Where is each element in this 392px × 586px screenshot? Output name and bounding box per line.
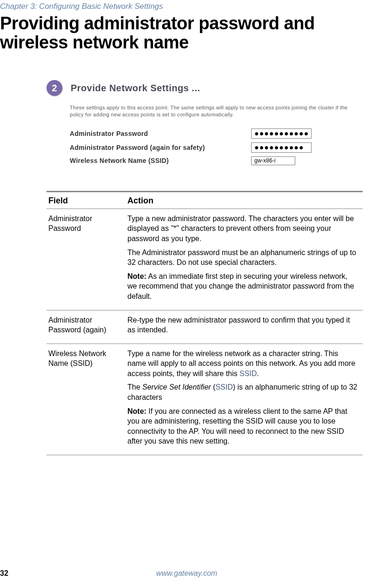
footer-site: www.gateway.com <box>156 569 217 578</box>
note-text: If you are connected as a wireless clien… <box>127 407 347 445</box>
action-text-part: The <box>127 383 142 391</box>
table-cell-field: Administrator Password <box>47 209 126 310</box>
step-heading: Provide Network Settings ... <box>71 83 200 94</box>
step-description: These settings apply to this access poin… <box>70 104 353 118</box>
ssid-term: SSID <box>215 383 233 391</box>
action-text: Type a name for the wireless network as … <box>127 349 358 379</box>
table-row: Wireless Network Name (SSID) Type a name… <box>47 344 363 455</box>
table-header-field: Field <box>47 191 126 209</box>
ssid-label: Wireless Network Name (SSID) <box>70 157 251 164</box>
table-header-action: Action <box>126 191 363 209</box>
action-text: Re-type the new administrator password t… <box>127 315 358 335</box>
note-text: As an immediate first step in securing y… <box>127 272 354 300</box>
admin-password-again-row: Administrator Password (again for safety… <box>70 142 353 153</box>
ssid-row: Wireless Network Name (SSID) <box>70 156 353 165</box>
table-row: Administrator Password Type a new admini… <box>47 209 363 310</box>
ssi-italic: Service Set Identifier <box>142 383 211 391</box>
table-header-row: Field Action <box>47 191 363 209</box>
field-reference-table: Field Action Administrator Password Type… <box>47 191 363 455</box>
page-footer: 32 www.gateway.com <box>0 569 373 578</box>
table-cell-field: Wireless Network Name (SSID) <box>47 344 126 455</box>
chapter-heading: Chapter 3: Configuring Basic Network Set… <box>0 0 373 11</box>
note-label: Note: <box>127 272 146 280</box>
admin-password-again-input[interactable] <box>251 142 312 153</box>
admin-password-label: Administrator Password <box>70 130 251 137</box>
action-text: The Administrator password must be an al… <box>127 248 358 268</box>
action-text: Type a new administrator password. The c… <box>127 214 358 244</box>
ssid-input[interactable] <box>251 156 295 165</box>
action-note: Note: As an immediate first step in secu… <box>127 271 358 302</box>
ssid-term: SSID <box>239 370 257 377</box>
step-number-badge: 2 <box>47 80 62 96</box>
network-settings-panel: 2 Provide Network Settings ... These set… <box>47 80 353 165</box>
table-row: Administrator Password (again) Re-type t… <box>47 310 363 344</box>
note-label: Note: <box>127 407 146 415</box>
table-cell-action: Type a new administrator password. The c… <box>126 209 363 310</box>
admin-password-input[interactable] <box>251 128 312 139</box>
page-title: Providing administrator password and wir… <box>0 14 373 52</box>
table-cell-field: Administrator Password (again) <box>47 310 126 344</box>
action-text-part: . <box>257 370 259 377</box>
admin-password-row: Administrator Password <box>70 128 353 139</box>
action-note: Note: If you are connected as a wireless… <box>127 406 358 446</box>
page-number: 32 <box>0 569 8 578</box>
table-cell-action: Type a name for the wireless network as … <box>126 344 363 455</box>
table-cell-action: Re-type the new administrator password t… <box>126 310 363 344</box>
action-text: The Service Set Identifier (SSID) is an … <box>127 382 358 402</box>
admin-password-again-label: Administrator Password (again for safety… <box>70 144 251 151</box>
action-text-part: ( <box>211 383 216 391</box>
